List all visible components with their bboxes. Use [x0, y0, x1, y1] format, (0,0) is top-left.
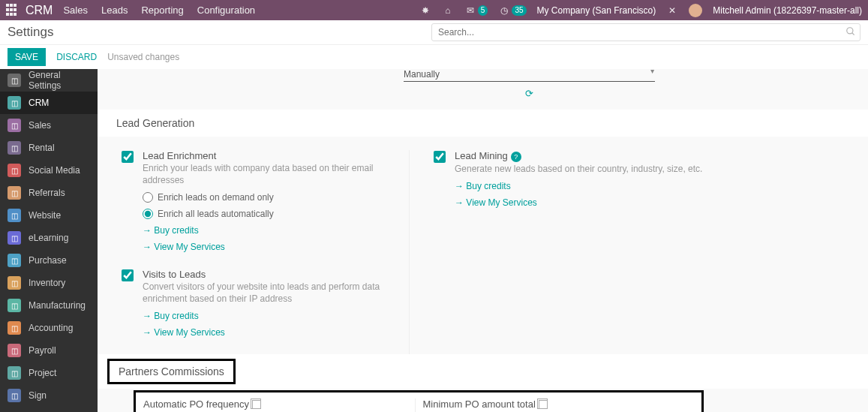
messages-badge: 5 — [478, 5, 488, 16]
lead-enrichment-block: Lead Enrichment Enrich your leads with c… — [122, 150, 398, 252]
sidebar-item-label: Purchase — [29, 255, 67, 266]
discard-button[interactable]: DISCARD — [56, 52, 97, 62]
sidebar-icon: ◫ — [8, 186, 21, 200]
messages-icon[interactable]: ✉5 — [464, 5, 488, 17]
sidebar-item-label: Rental — [29, 143, 55, 153]
settings-content[interactable]: Manually ⟳ Lead Generation Lead Enrichme… — [98, 69, 868, 412]
sidebar-icon: ◫ — [8, 141, 21, 155]
activities-badge: 35 — [512, 5, 526, 16]
sidebar-icon: ◫ — [8, 299, 21, 312]
mining-view-services-link[interactable]: View My Services — [455, 197, 702, 208]
unsaved-changes-label: Unsaved changes — [107, 52, 179, 62]
visits-to-leads-block: Visits to Leads Convert visitors of your… — [122, 269, 398, 338]
sidebar-item-label: Sign — [29, 390, 47, 401]
sidebar-icon: ◫ — [8, 209, 21, 222]
visits-title: Visits to Leads — [143, 269, 398, 280]
visits-desc: Convert visitors of your website into le… — [143, 281, 398, 305]
top-nav-reporting[interactable]: Reporting — [141, 5, 183, 16]
mining-desc: Generate new leads based on their countr… — [455, 164, 702, 176]
enrich-on-demand-label: Enrich leads on demand only — [158, 192, 274, 203]
lead-enrichment-desc: Enrich your leads with company data base… — [143, 163, 398, 186]
search-icon[interactable] — [845, 26, 856, 37]
sidebar-item-accounting[interactable]: ◫Accounting — [0, 317, 98, 339]
mining-buy-credits-link[interactable]: Buy credits — [455, 181, 702, 191]
sidebar-item-label: Social Media — [29, 165, 80, 176]
enrich-view-services-link[interactable]: View My Services — [143, 242, 398, 252]
upper-dropdown[interactable]: Manually — [404, 69, 655, 82]
top-navbar: CRM Sales Leads Reporting Configuration … — [0, 0, 868, 20]
sidebar-item-inventory[interactable]: ◫Inventory — [0, 272, 98, 294]
sidebar-item-rental[interactable]: ◫Rental — [0, 137, 98, 159]
enrich-on-demand-radio[interactable] — [143, 192, 153, 203]
auto-po-freq-title: Automatic PO frequency — [143, 398, 249, 410]
partners-section-wrap: Partners Commissions — [98, 354, 868, 389]
apps-launcher-icon[interactable] — [6, 4, 20, 17]
app-brand[interactable]: CRM — [26, 4, 53, 17]
subheader: Settings — [0, 20, 868, 45]
user-avatar[interactable] — [689, 4, 702, 17]
top-right: ✸ ⌂ ✉5 ◷35 My Company (San Francisco) ✕ … — [419, 4, 862, 17]
lead-enrichment-checkbox[interactable] — [122, 151, 134, 163]
enrich-buy-credits-link[interactable]: Buy credits — [143, 225, 398, 236]
sidebar-icon: ◫ — [8, 344, 21, 357]
section-partners-highlight: Partners Commissions — [107, 359, 236, 384]
company-switcher[interactable]: My Company (San Francisco) — [537, 5, 656, 16]
sidebar-item-label: Project — [29, 368, 56, 378]
sidebar-item-label: Manufacturing — [29, 300, 86, 311]
visits-view-services-link[interactable]: View My Services — [143, 327, 398, 338]
search-input[interactable] — [431, 23, 860, 41]
partners-fields-highlight: Automatic PO frequency Frequency at whic… — [134, 390, 704, 412]
visits-buy-credits-link[interactable]: Buy credits — [143, 311, 398, 321]
section-partners-title: Partners Commissions — [110, 361, 233, 382]
refresh-icon[interactable]: ⟳ — [404, 88, 655, 99]
upper-dropdown-stub: Manually ⟳ — [404, 69, 655, 99]
sidebar-item-elearning[interactable]: ◫eLearning — [0, 227, 98, 249]
sidebar-item-general-settings[interactable]: ◫General Settings — [0, 69, 98, 92]
sidebar-item-payroll[interactable]: ◫Payroll — [0, 339, 98, 362]
sidebar-item-referrals[interactable]: ◫Referrals — [0, 182, 98, 204]
sidebar-item-label: General Settings — [29, 70, 90, 91]
sidebar-icon: ◫ — [8, 254, 21, 267]
sidebar-item-sales[interactable]: ◫Sales — [0, 114, 98, 137]
sidebar-item-project[interactable]: ◫Project — [0, 362, 98, 384]
sidebar-item-label: CRM — [29, 98, 49, 108]
top-nav-leads[interactable]: Leads — [101, 5, 128, 16]
copy-icon[interactable] — [539, 400, 548, 409]
activities-icon[interactable]: ◷35 — [498, 5, 526, 17]
user-name[interactable]: Mitchell Admin (18226397-master-all) — [713, 5, 862, 16]
bug-icon[interactable]: ✸ — [419, 5, 431, 17]
top-nav-configuration[interactable]: Configuration — [197, 5, 255, 16]
sidebar-icon: ◫ — [8, 119, 21, 132]
page-title: Settings — [8, 25, 53, 40]
sidebar-item-label: Accounting — [29, 323, 73, 333]
sidebar-icon: ◫ — [8, 366, 21, 380]
enrich-auto-label: Enrich all leads automatically — [158, 209, 274, 219]
svg-line-1 — [852, 33, 854, 35]
search-wrapper — [431, 23, 860, 41]
mining-title: Lead Mining — [455, 150, 508, 161]
tools-icon[interactable]: ✕ — [666, 5, 678, 17]
top-nav-sales[interactable]: Sales — [63, 5, 88, 16]
section-lead-generation-title: Lead Generation — [98, 110, 868, 137]
sidebar-item-social-media[interactable]: ◫Social Media — [0, 159, 98, 182]
settings-sidebar: ◫General Settings◫CRM◫Sales◫Rental◫Socia… — [0, 69, 98, 412]
copy-icon[interactable] — [252, 400, 261, 409]
visits-checkbox[interactable] — [122, 269, 134, 281]
main-area: ◫General Settings◫CRM◫Sales◫Rental◫Socia… — [0, 69, 868, 412]
sidebar-item-crm[interactable]: ◫CRM — [0, 92, 98, 114]
sidebar-item-website[interactable]: ◫Website — [0, 204, 98, 227]
home-icon[interactable]: ⌂ — [442, 5, 454, 17]
sidebar-icon: ◫ — [8, 96, 21, 110]
help-icon[interactable]: ? — [511, 152, 521, 162]
mining-checkbox[interactable] — [434, 151, 446, 163]
sidebar-item-purchase[interactable]: ◫Purchase — [0, 249, 98, 272]
sidebar-icon: ◫ — [8, 276, 21, 290]
lead-gen-fields: Lead Enrichment Enrich your leads with c… — [98, 137, 868, 354]
sidebar-item-sign[interactable]: ◫Sign — [0, 384, 98, 407]
sidebar-item-manufacturing[interactable]: ◫Manufacturing — [0, 294, 98, 317]
sidebar-icon: ◫ — [8, 321, 21, 335]
save-button[interactable]: SAVE — [8, 48, 46, 66]
svg-point-0 — [847, 28, 853, 34]
enrich-auto-radio[interactable] — [143, 209, 153, 219]
top-nav-menu: Sales Leads Reporting Configuration — [63, 5, 255, 16]
